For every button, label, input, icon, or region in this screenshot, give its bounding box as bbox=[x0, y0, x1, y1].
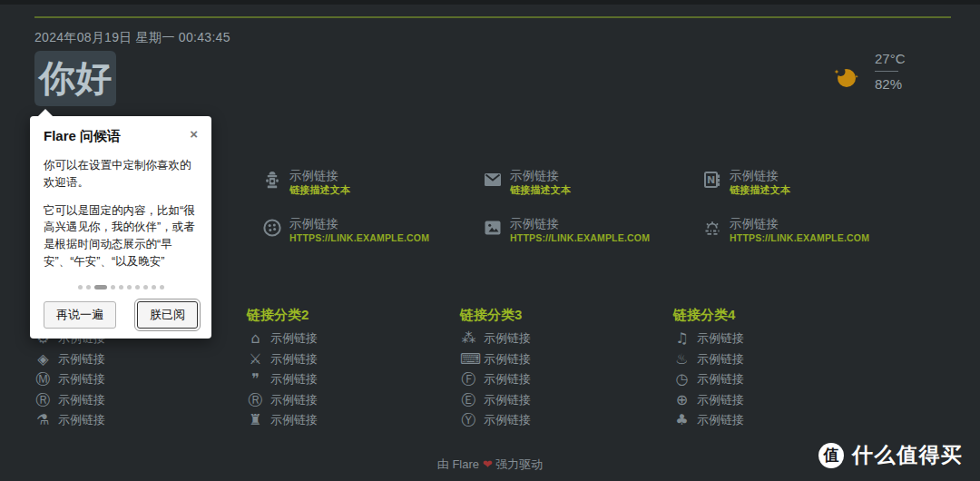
cookie-icon bbox=[261, 217, 283, 239]
bookmark-link-label: 示例链接 bbox=[484, 351, 531, 368]
carousel-dot[interactable] bbox=[143, 285, 148, 290]
bookmark-link[interactable]: ◷ 示例链接 bbox=[673, 370, 744, 388]
gauge-paw-icon: ⁂ bbox=[460, 329, 477, 348]
bookmark-link[interactable]: Ⓕ 示例链接 bbox=[460, 370, 531, 388]
repeat-button[interactable]: 再说一遍 bbox=[44, 301, 116, 329]
f-badge-icon: Ⓕ bbox=[460, 370, 477, 388]
carousel-dot[interactable] bbox=[160, 285, 164, 290]
bookmark-link-label: 示例链接 bbox=[697, 371, 744, 388]
bookmark-link[interactable]: ♫ 示例链接 bbox=[673, 329, 744, 348]
bookmark-link-label: 示例链接 bbox=[270, 330, 318, 347]
carousel-dot[interactable] bbox=[127, 285, 132, 290]
bookmark-link-label: 示例链接 bbox=[270, 392, 318, 408]
popup-body: 你可以在设置中定制你喜欢的欢迎语。 它可以是固定的内容，比如“很高兴遇见你，我的… bbox=[44, 157, 198, 270]
bookmark-link[interactable]: ⌨ 示例链接 bbox=[460, 350, 531, 368]
category-header: 链接分类2 bbox=[247, 307, 309, 324]
envelope-icon bbox=[482, 169, 504, 191]
bookmark-link[interactable]: Ⓨ 示例链接 bbox=[460, 411, 531, 429]
bookmark-link-label: 示例链接 bbox=[58, 392, 105, 408]
datetime-text: 2024年08月19日 星期一 00:43:45 bbox=[34, 30, 230, 46]
app-link-title: 示例链接 bbox=[730, 217, 869, 231]
bookmark-link[interactable]: Ⓔ 示例链接 bbox=[460, 391, 531, 409]
y-badge-icon: Ⓨ bbox=[460, 411, 477, 429]
popup-paragraph: 它可以是固定的内容，比如“很高兴遇见你，我的伙伴”，或者是根据时间动态展示的“早… bbox=[44, 202, 198, 270]
bookmark-link-label: 示例链接 bbox=[484, 371, 531, 388]
bookmark-link[interactable]: ⁂ 示例链接 bbox=[460, 329, 531, 348]
weather-divider bbox=[875, 71, 898, 72]
app-link-title: 示例链接 bbox=[510, 169, 571, 182]
bookmark-link[interactable]: ♨ 示例链接 bbox=[673, 350, 744, 368]
carousel-dot[interactable] bbox=[86, 285, 91, 290]
app-link-title: 示例链接 bbox=[289, 169, 350, 182]
e-badge-icon: Ⓔ bbox=[460, 391, 477, 409]
carousel-dot-active[interactable] bbox=[94, 285, 107, 290]
carousel-dot[interactable] bbox=[119, 285, 123, 290]
popup-arrow bbox=[37, 109, 54, 117]
bookmark-link-label: 示例链接 bbox=[270, 371, 318, 388]
footer-text-after: 强力驱动 bbox=[495, 457, 543, 471]
flare-start-page: 2024年08月19日 星期一 00:43:45 你好 27°C 82% 示例链… bbox=[0, 0, 980, 481]
app-link-title: 示例链接 bbox=[730, 169, 790, 182]
bookmark-link-label: 示例链接 bbox=[697, 351, 744, 368]
cookie-badge-icon: ⊕ bbox=[673, 391, 691, 409]
keyboard-icon: ⌨ bbox=[460, 350, 477, 368]
close-icon[interactable]: × bbox=[190, 128, 198, 141]
chat-gear-icon: ❞ bbox=[247, 370, 264, 388]
bookmark-link[interactable]: Ⓜ 示例链接 bbox=[34, 370, 105, 388]
music-badge-icon: ♫ bbox=[673, 329, 691, 348]
bookmark-link-label: 示例链接 bbox=[270, 351, 318, 368]
registered-badge-icon: Ⓡ bbox=[34, 391, 52, 409]
humidity-value: 82% bbox=[875, 76, 906, 92]
mastodon-icon: Ⓜ bbox=[34, 370, 52, 388]
bookmark-link-label: 示例链接 bbox=[697, 330, 744, 347]
moon-stars-icon bbox=[831, 63, 860, 92]
bookmark-link-label: 示例链接 bbox=[484, 412, 531, 428]
acknowledge-button[interactable]: 朕已阅 bbox=[137, 301, 198, 329]
bookmark-link[interactable]: ⚗ 示例链接 bbox=[34, 411, 105, 429]
popup-title: Flare 问候语 bbox=[44, 128, 121, 145]
bookmark-link[interactable]: ⚔ 示例链接 bbox=[247, 350, 318, 368]
notebook-icon: N bbox=[701, 169, 723, 191]
bookmark-link[interactable]: ⊕ 示例链接 bbox=[673, 391, 744, 409]
category-header: 链接分类4 bbox=[673, 307, 735, 324]
bookmark-link[interactable]: Ⓡ 示例链接 bbox=[34, 391, 105, 409]
smzdm-logo-icon: 值 bbox=[818, 443, 844, 468]
photo-icon bbox=[482, 217, 504, 239]
plant-icon: ♣ bbox=[673, 411, 691, 429]
bookmark-link-label: 示例链接 bbox=[270, 412, 318, 428]
carousel-dot[interactable] bbox=[78, 285, 83, 290]
crossed-swords-icon: ⚔ bbox=[247, 350, 264, 368]
app-link[interactable]: 示例链接 链接描述文本 bbox=[261, 169, 350, 196]
heart-icon: ❤ bbox=[483, 457, 493, 471]
temperature-value: 27°C bbox=[875, 51, 906, 66]
bookmark-link-label: 示例链接 bbox=[58, 371, 105, 388]
app-link-subtitle: HTTPS://LINK.EXAMPLE.COM bbox=[289, 232, 429, 244]
bookmark-link-label: 示例链接 bbox=[58, 412, 105, 428]
bookmark-link[interactable]: ◈ 示例链接 bbox=[34, 350, 105, 368]
carousel-dot[interactable] bbox=[111, 285, 115, 290]
popup-paragraph: 你可以在设置中定制你喜欢的欢迎语。 bbox=[44, 157, 198, 191]
bookmark-link[interactable]: ♣ 示例链接 bbox=[673, 411, 744, 429]
rover-icon: ♨ bbox=[673, 350, 691, 368]
app-link-subtitle: 链接描述文本 bbox=[510, 184, 571, 196]
svg-text:N: N bbox=[707, 174, 715, 186]
carousel-dot[interactable] bbox=[135, 285, 140, 290]
clock-icon: ◷ bbox=[673, 370, 691, 388]
bookmark-link-label: 示例链接 bbox=[484, 330, 531, 347]
app-link[interactable]: N 示例链接 链接描述文本 bbox=[701, 169, 790, 196]
bookmark-link[interactable]: ❞ 示例链接 bbox=[247, 370, 318, 388]
app-link-subtitle: HTTPS://LINK.EXAMPLE.COM bbox=[730, 232, 869, 244]
fire-hydrant-icon bbox=[261, 169, 283, 191]
bookmark-link-label: 示例链接 bbox=[697, 392, 744, 408]
app-link[interactable]: 示例链接 链接描述文本 bbox=[482, 169, 571, 196]
app-link-subtitle: HTTPS://LINK.EXAMPLE.COM bbox=[510, 232, 650, 244]
app-link[interactable]: 示例链接 HTTPS://LINK.EXAMPLE.COM bbox=[261, 217, 429, 244]
bookmark-link[interactable]: ♜ 示例链接 bbox=[247, 411, 318, 429]
bookmark-link-label: 示例链接 bbox=[58, 351, 105, 368]
capitol-icon: ♜ bbox=[247, 411, 264, 429]
carousel-dot[interactable] bbox=[152, 285, 156, 290]
bookmark-link[interactable]: ⌂ 示例链接 bbox=[247, 329, 318, 348]
app-link[interactable]: 示例链接 HTTPS://LINK.EXAMPLE.COM bbox=[482, 217, 650, 244]
bookmark-link[interactable]: Ⓡ 示例链接 bbox=[247, 391, 318, 409]
app-link[interactable]: 示例链接 HTTPS://LINK.EXAMPLE.COM bbox=[701, 217, 869, 244]
